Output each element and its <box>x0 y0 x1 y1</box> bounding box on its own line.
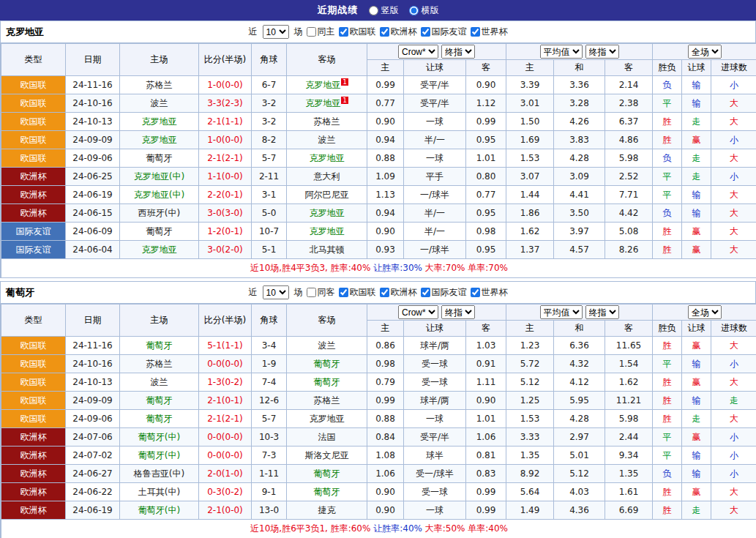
column-header: 比分(半场) <box>199 305 252 337</box>
league-checkbox[interactable] <box>339 27 348 37</box>
league-filter-欧国联[interactable]: 欧国联 <box>339 26 376 38</box>
summary-segment: 大率:70% <box>422 263 465 273</box>
recent-label: 近 <box>249 286 258 299</box>
home-team: 葡萄牙(中) <box>120 447 199 465</box>
table-row: 欧国联24-10-13克罗地亚2-1(1-1)3-2苏格兰0.90一球0.991… <box>1 113 756 131</box>
league-checkbox[interactable] <box>471 288 480 297</box>
league-filter-欧洲杯[interactable]: 欧洲杯 <box>380 286 417 299</box>
match-date: 24-06-15 <box>66 204 120 223</box>
avg-final-select[interactable]: 终指 <box>585 45 619 59</box>
odds-final-select[interactable]: 终指 <box>441 305 475 319</box>
odds-away: 1.01 <box>466 410 506 428</box>
match-date: 24-11-16 <box>66 337 120 355</box>
league-checkbox[interactable] <box>380 288 389 297</box>
recent-count-select[interactable]: 10 <box>263 25 289 39</box>
league-checkbox[interactable] <box>339 288 348 297</box>
odds-home: 0.98 <box>367 355 404 373</box>
result-outcome: 胜 <box>653 131 682 149</box>
odds-final-select[interactable]: 终指 <box>441 45 475 59</box>
odds-away: 0.83 <box>466 465 506 483</box>
league-filter-世界杯[interactable]: 世界杯 <box>471 26 508 38</box>
fulltime-scope-select[interactable]: 全场 <box>688 305 722 319</box>
result-handicap: 走 <box>682 149 711 168</box>
away-team: 克罗地亚1 <box>287 76 367 94</box>
match-score: 0-0(0-0) <box>199 428 252 447</box>
odds-source-select[interactable]: Crow* <box>398 45 438 59</box>
match-score: 2-1(0-0) <box>199 501 252 520</box>
vertical-radio-label: 竖版 <box>381 4 399 17</box>
odds-handicap: 半/一 <box>404 223 466 241</box>
sub-column-header: 进球数 <box>711 321 756 337</box>
avg-odds-away: 1.35 <box>605 465 653 483</box>
league-checkbox[interactable] <box>421 288 430 297</box>
header-group: 全场 <box>653 44 756 60</box>
away-team: 葡萄牙 <box>287 483 367 501</box>
avg-odds-away: 5.08 <box>605 223 653 241</box>
recent-label: 近 <box>249 26 258 38</box>
home-team: 葡萄牙 <box>120 392 199 410</box>
avg-final-select[interactable]: 终指 <box>585 305 619 319</box>
avg-source-select[interactable]: 平均值 <box>540 305 583 319</box>
header-group: 平均值终指 <box>506 305 653 321</box>
same-venue-filter[interactable]: 同客 <box>307 286 335 299</box>
league-checkbox[interactable] <box>471 27 480 37</box>
league-checkbox[interactable] <box>380 27 389 37</box>
home-team: 克罗地亚(中) <box>120 168 199 186</box>
odds-away: 0.91 <box>466 355 506 373</box>
odds-home: 0.88 <box>367 149 404 168</box>
same-venue-filter[interactable]: 同主 <box>307 26 335 38</box>
table-row: 国际友谊24-06-09葡萄牙1-2(0-1)10-7克罗地亚0.90半/一0.… <box>1 223 756 241</box>
match-date: 24-07-06 <box>66 428 120 447</box>
team-section: 克罗地亚近10场同主欧国联欧洲杯国际友谊世界杯类型日期主场比分(半场)角球客场C… <box>0 20 756 278</box>
odds-source-select[interactable]: Crow* <box>398 305 438 319</box>
sub-column-header: 让球 <box>682 321 711 337</box>
team-name: 葡萄牙 <box>146 414 173 424</box>
corners: 5-1 <box>252 241 287 259</box>
team-name: 克罗地亚 <box>310 208 345 218</box>
recent-count-select[interactable]: 10 <box>263 285 289 299</box>
same-venue-checkbox[interactable] <box>307 27 316 37</box>
league-filter-label: 世界杯 <box>482 286 508 299</box>
odds-home: 1.13 <box>367 186 404 204</box>
away-team: 葡萄牙 <box>287 355 367 373</box>
layout-option-vertical[interactable]: 竖版 <box>369 4 399 17</box>
league-filter-label: 欧国联 <box>350 286 376 299</box>
league-checkbox[interactable] <box>421 27 430 37</box>
avg-odds-away: 4.42 <box>605 204 653 223</box>
result-goals: 小 <box>711 355 756 373</box>
sub-column-header: 主 <box>506 60 554 76</box>
match-date: 24-09-09 <box>66 392 120 410</box>
league-filter-欧国联[interactable]: 欧国联 <box>339 286 376 299</box>
avg-source-select[interactable]: 平均值 <box>540 45 583 59</box>
result-goals: 小 <box>711 131 756 149</box>
vertical-radio[interactable] <box>369 6 378 15</box>
match-date: 24-09-06 <box>66 149 120 168</box>
odds-home: 0.84 <box>367 428 404 447</box>
fulltime-scope-select[interactable]: 全场 <box>688 45 722 59</box>
odds-away: 0.99 <box>466 501 506 520</box>
away-team: 苏格兰 <box>287 113 367 131</box>
column-header: 日期 <box>66 305 120 337</box>
layout-option-horizontal[interactable]: 横版 <box>409 4 439 17</box>
odds-away: 0.95 <box>466 131 506 149</box>
result-handicap: 赢 <box>682 483 711 501</box>
odds-home: 1.06 <box>367 465 404 483</box>
match-date: 24-06-19 <box>66 501 120 520</box>
league-type-badge: 欧国联 <box>1 131 66 149</box>
home-team: 波兰 <box>120 373 199 392</box>
avg-odds-draw: 4.28 <box>554 149 605 168</box>
table-row: 欧国联24-10-16苏格兰0-0(0-0)1-9葡萄牙0.98受一球0.915… <box>1 355 756 373</box>
avg-odds-draw: 3.83 <box>554 131 605 149</box>
league-filter-国际友谊[interactable]: 国际友谊 <box>421 286 467 299</box>
league-filter-欧洲杯[interactable]: 欧洲杯 <box>380 26 417 38</box>
result-outcome: 负 <box>653 149 682 168</box>
result-handicap: 走 <box>682 113 711 131</box>
horizontal-radio-label: 横版 <box>422 4 439 17</box>
match-date: 24-10-13 <box>66 373 120 392</box>
horizontal-radio[interactable] <box>409 6 419 15</box>
league-filter-世界杯[interactable]: 世界杯 <box>471 286 508 299</box>
same-venue-checkbox[interactable] <box>307 288 316 297</box>
away-team: 阿尔巴尼亚 <box>287 186 367 204</box>
avg-odds-home: 1.49 <box>506 501 554 520</box>
league-filter-国际友谊[interactable]: 国际友谊 <box>421 26 467 38</box>
